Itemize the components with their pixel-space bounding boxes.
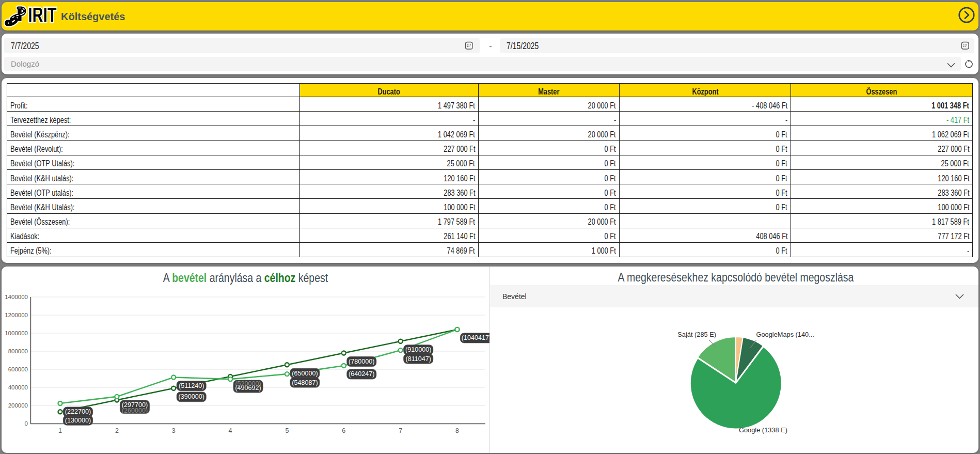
svg-text:(260000): (260000) — [122, 407, 148, 414]
svg-text:200000: 200000 — [8, 402, 28, 409]
svg-text:(650000): (650000) — [292, 370, 318, 377]
svg-text:(222700): (222700) — [65, 408, 91, 415]
svg-text:600000: 600000 — [8, 366, 28, 372]
svg-text:1000000: 1000000 — [5, 330, 28, 336]
svg-text:Bevétel: Bevétel — [502, 292, 527, 301]
svg-text:A megkeresésekhez kapcsolódó b: A megkeresésekhez kapcsolódó bevétel meg… — [618, 270, 854, 285]
svg-text:(910000): (910000) — [405, 346, 431, 353]
svg-text:(130000): (130000) — [65, 417, 91, 424]
svg-text:A bevétel aránylása a célhoz k: A bevétel aránylása a célhoz képest — [163, 270, 328, 285]
svg-text:Saját (285 E): Saját (285 E) — [677, 331, 716, 338]
svg-text:GoogleMaps (140...: GoogleMaps (140... — [756, 331, 814, 338]
svg-text:(548087): (548087) — [292, 379, 318, 386]
svg-text:2: 2 — [115, 427, 119, 434]
svg-text:6: 6 — [342, 427, 345, 434]
svg-text:800000: 800000 — [8, 348, 28, 354]
svg-text:400000: 400000 — [8, 384, 28, 390]
svg-text:(390000): (390000) — [178, 393, 204, 400]
svg-text:(1040417): (1040417) — [462, 334, 489, 341]
svg-text:(780000): (780000) — [349, 358, 374, 365]
svg-text:(640247): (640247) — [349, 370, 374, 378]
svg-text:Google (1338 E): Google (1338 E) — [739, 426, 787, 434]
svg-text:(520000): (520000) — [235, 380, 261, 387]
svg-text:0: 0 — [25, 420, 28, 427]
svg-text:1400000: 1400000 — [5, 294, 28, 300]
svg-text:1: 1 — [58, 427, 62, 434]
svg-text:8: 8 — [455, 427, 459, 434]
svg-text:3: 3 — [172, 427, 176, 434]
svg-text:IRIT: IRIT — [28, 4, 57, 25]
svg-text:(511240): (511240) — [179, 382, 204, 389]
svg-text:1200000: 1200000 — [5, 312, 28, 318]
svg-text:7: 7 — [399, 427, 402, 434]
svg-text:(811047): (811047) — [405, 355, 431, 363]
svg-text:4: 4 — [229, 427, 232, 434]
svg-text:5: 5 — [285, 427, 289, 434]
